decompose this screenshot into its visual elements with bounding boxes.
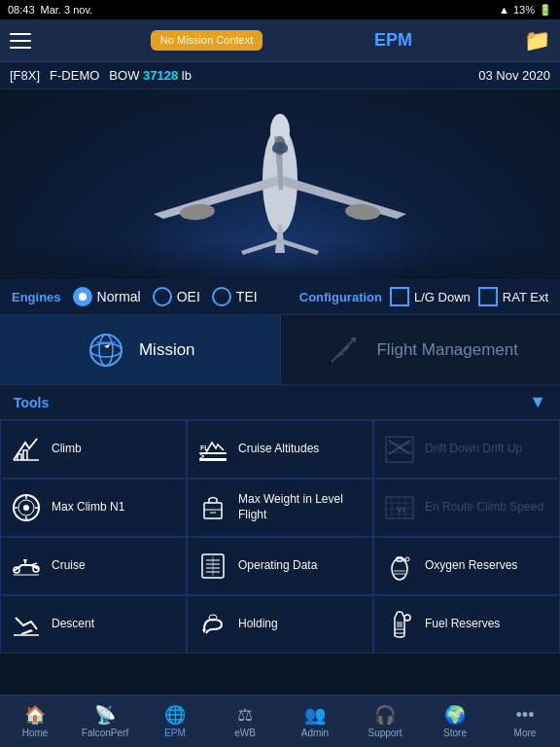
bow-label: BOW bbox=[109, 68, 139, 83]
max-climb-n1-tool[interactable]: Max Climb N1 bbox=[0, 479, 187, 537]
cruise-altitudes-icon: FL bbox=[195, 432, 230, 467]
tab-more[interactable]: ••• More bbox=[490, 695, 560, 747]
tab-admin[interactable]: 👥 Admin bbox=[280, 695, 350, 747]
svg-text:VI: VI bbox=[397, 505, 405, 515]
svg-point-8 bbox=[90, 335, 122, 366]
holding-icon bbox=[195, 607, 230, 642]
battery-display: 13% bbox=[513, 4, 535, 16]
app-title: EPM bbox=[374, 30, 412, 51]
tei-radio-indicator bbox=[212, 287, 231, 306]
falconperf-icon: 📡 bbox=[94, 704, 116, 726]
fuel-reserves-tool[interactable]: Fuel Reserves bbox=[373, 595, 560, 654]
info-bar: [F8X] F-DEMO BOW 37128 lb 03 Nov 2020 bbox=[0, 62, 560, 89]
svg-point-10 bbox=[90, 343, 122, 357]
oxygen-reserves-tool[interactable]: Oxygen Reserves bbox=[373, 537, 560, 595]
status-indicators: ▲ 13% 🔋 bbox=[499, 4, 552, 17]
store-tab-label: Store bbox=[443, 728, 467, 738]
lgdown-checkbox[interactable]: L/G Down bbox=[390, 287, 471, 306]
tab-ewb[interactable]: ⚖ eWB bbox=[210, 695, 280, 747]
engine-tei-radio[interactable]: TEI bbox=[212, 287, 258, 306]
aircraft-id: [F8X] bbox=[10, 68, 40, 83]
support-icon: 🎧 bbox=[374, 704, 396, 726]
cruise-altitudes-tool[interactable]: FL Cruise Altitudes bbox=[187, 420, 373, 479]
max-weight-level-label: Max Weight in Level Flight bbox=[238, 492, 365, 522]
holding-tool[interactable]: Holding bbox=[187, 595, 373, 654]
ewb-tab-label: eWB bbox=[234, 728, 256, 738]
mission-context-button[interactable]: No Mission Context bbox=[151, 30, 262, 51]
cruise-icon bbox=[9, 549, 44, 584]
engine-normal-radio[interactable]: Normal bbox=[73, 287, 141, 306]
svg-point-44 bbox=[405, 557, 409, 561]
ewb-icon: ⚖ bbox=[237, 704, 253, 726]
drift-down-tool[interactable]: Drift Down Drift Up bbox=[373, 420, 560, 479]
tei-radio-label: TEI bbox=[236, 289, 258, 304]
battery-icon: 🔋 bbox=[539, 4, 552, 17]
max-climb-n1-icon bbox=[9, 490, 44, 525]
lgdown-label: L/G Down bbox=[414, 290, 471, 304]
home-icon: 🏠 bbox=[24, 704, 46, 726]
store-icon: 🌍 bbox=[444, 704, 466, 726]
en-route-climb-label: En Route Climb Speed bbox=[425, 500, 543, 516]
climb-label: Climb bbox=[52, 442, 82, 457]
tools-title: Tools bbox=[14, 395, 49, 410]
operating-data-label: Operating Data bbox=[238, 558, 317, 574]
bow-info: BOW 37128 lb bbox=[109, 68, 192, 83]
ratext-checkbox[interactable]: RAT Ext bbox=[478, 287, 548, 306]
falconperf-tab-label: FalconPerf bbox=[82, 728, 128, 738]
descent-label: Descent bbox=[52, 617, 94, 632]
oei-radio-label: OEI bbox=[177, 289, 200, 304]
ratext-checkbox-indicator bbox=[478, 287, 498, 306]
mission-button[interactable]: Mission bbox=[0, 315, 281, 384]
epm-tab-label: EPM bbox=[164, 728, 186, 738]
max-weight-level-tool[interactable]: Max Weight in Level Flight bbox=[187, 479, 373, 537]
operating-data-tool[interactable]: Operating Data bbox=[187, 537, 373, 595]
engines-label: Engines bbox=[12, 290, 61, 304]
tab-store[interactable]: 🌍 Store bbox=[420, 695, 490, 747]
engine-radio-group: Normal OEI TEI bbox=[73, 287, 258, 306]
config-section: Configuration L/G Down RAT Ext bbox=[299, 287, 548, 306]
drift-down-label: Drift Down Drift Up bbox=[425, 442, 522, 457]
fuel-reserves-icon bbox=[382, 607, 417, 642]
config-label: Configuration bbox=[299, 290, 382, 304]
normal-radio-indicator bbox=[73, 287, 92, 306]
admin-icon: 👥 bbox=[304, 704, 326, 726]
svg-point-6 bbox=[272, 145, 278, 153]
date-display: Mar. 3 nov. bbox=[41, 4, 93, 16]
oxygen-reserves-icon bbox=[382, 549, 417, 584]
action-row: Mission Flight Management bbox=[0, 315, 560, 385]
max-climb-n1-label: Max Climb N1 bbox=[52, 500, 124, 516]
tab-epm[interactable]: 🌐 EPM bbox=[140, 695, 210, 747]
engine-oei-radio[interactable]: OEI bbox=[153, 287, 200, 306]
callsign: F-DEMO bbox=[50, 68, 99, 83]
tab-home[interactable]: 🏠 Home bbox=[0, 695, 70, 747]
menu-button[interactable] bbox=[10, 26, 39, 55]
config-checkbox-group: L/G Down RAT Ext bbox=[390, 287, 548, 306]
folder-icon[interactable]: 📁 bbox=[524, 28, 550, 53]
time-display: 08:43 bbox=[8, 4, 35, 16]
flight-date: 03 Nov 2020 bbox=[478, 68, 550, 83]
lgdown-checkbox-indicator bbox=[390, 287, 409, 306]
svg-point-20 bbox=[23, 505, 29, 511]
svg-rect-13 bbox=[199, 452, 227, 454]
tools-chevron-icon[interactable]: ▼ bbox=[529, 392, 546, 412]
status-time: 08:43 Mar. 3 nov. bbox=[8, 4, 92, 16]
tab-falconperf[interactable]: 📡 FalconPerf bbox=[70, 695, 140, 747]
climb-tool[interactable]: Climb bbox=[0, 420, 187, 479]
descent-tool[interactable]: Descent bbox=[0, 595, 187, 654]
support-tab-label: Support bbox=[368, 728, 402, 738]
bow-value: 37128 bbox=[143, 68, 178, 83]
svg-point-9 bbox=[99, 335, 113, 366]
more-icon: ••• bbox=[516, 705, 535, 726]
flight-management-button[interactable]: Flight Management bbox=[281, 315, 561, 384]
en-route-climb-tool[interactable]: VI En Route Climb Speed bbox=[373, 479, 560, 537]
oxygen-reserves-label: Oxygen Reserves bbox=[425, 558, 517, 574]
tab-support[interactable]: 🎧 Support bbox=[350, 695, 420, 747]
flight-management-icon bbox=[322, 329, 365, 372]
cruise-altitudes-label: Cruise Altitudes bbox=[238, 442, 319, 457]
mission-context-label: No Mission Context bbox=[160, 34, 253, 46]
tools-grid: Climb FL Cruise Altitudes bbox=[0, 420, 560, 654]
svg-rect-21 bbox=[204, 503, 222, 518]
cruise-tool[interactable]: Cruise bbox=[0, 537, 187, 595]
climb-icon bbox=[9, 432, 44, 467]
descent-icon bbox=[9, 607, 44, 642]
